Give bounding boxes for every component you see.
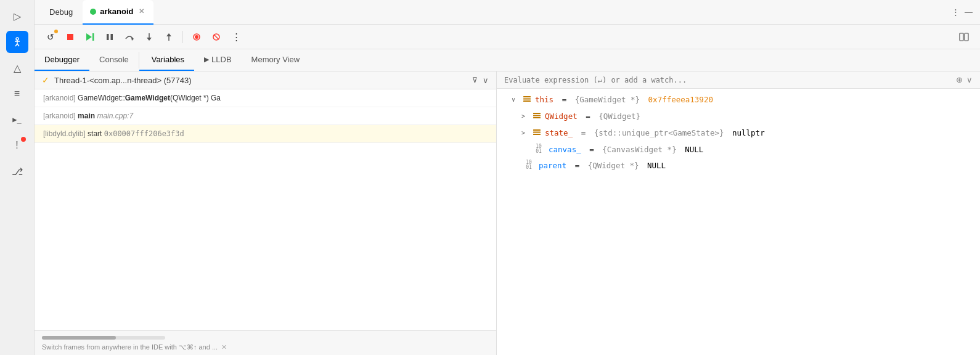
svg-rect-29 <box>533 134 541 135</box>
svg-point-16 <box>195 35 198 39</box>
mute-button[interactable] <box>208 28 225 46</box>
status-bar-message: Switch frames from anywhere in the IDE w… <box>42 340 489 353</box>
more-button[interactable]: ⋮ <box>227 28 245 46</box>
stack-frame-2[interactable]: [libdyld.dylib] start 0x00007fff206e3f3d <box>35 125 496 143</box>
status-message-text: Switch frames from anywhere in the IDE w… <box>42 343 218 351</box>
var-type-canvas: {CanvasWidget *} <box>602 145 681 154</box>
tab-memory-view[interactable]: Memory View <box>242 49 310 71</box>
var-type-qwidget: {QWidget} <box>598 112 640 121</box>
stack-frames: [arkanoid] GameWidget::GameWidget(QWidge… <box>35 89 496 330</box>
step-out-button[interactable] <box>160 28 178 46</box>
var-value-this: 0x7ffeeea13920 <box>648 95 713 104</box>
var-row-canvas[interactable]: 10 01 canvas_ = {CanvasWidget *} NULL <box>497 141 980 157</box>
frame2-prefix: [libdyld.dylib] <box>43 129 88 138</box>
tab-debug[interactable]: Debug <box>42 0 80 25</box>
console-label: Console <box>99 55 129 64</box>
reload-button[interactable]: ↺ <box>42 28 59 46</box>
frame2-name: start <box>88 129 104 138</box>
var-expand-qwidget[interactable]: > <box>521 113 529 120</box>
sidebar-play-icon[interactable]: ▷ <box>6 5 28 27</box>
stop-button[interactable] <box>62 28 79 46</box>
thread-chevron-icon[interactable]: ∨ <box>483 76 489 85</box>
tab-variables[interactable]: Variables <box>139 49 194 71</box>
svg-marker-12 <box>147 38 152 41</box>
toolbar-divider-1 <box>182 31 183 43</box>
watch-add-icon[interactable]: ⊕ <box>956 75 963 84</box>
sidebar-menu-icon[interactable]: ≡ <box>6 83 28 105</box>
sidebar-warning-icon[interactable]: △ <box>6 57 28 79</box>
pause-button[interactable] <box>101 28 118 46</box>
sidebar-git-icon[interactable]: ⎇ <box>6 160 28 182</box>
frame1-file: main.cpp:7 <box>97 112 133 120</box>
svg-rect-7 <box>92 33 94 41</box>
stack-frame-0[interactable]: [arkanoid] GameWidget::GameWidget(QWidge… <box>35 89 496 107</box>
tab-minimize-icon[interactable]: — <box>965 7 973 17</box>
var-icon-parent: 10 01 <box>523 160 535 170</box>
toolbar: ↺ <box>35 25 980 49</box>
svg-rect-5 <box>67 34 73 40</box>
svg-rect-23 <box>523 100 531 102</box>
watch-input[interactable] <box>504 76 951 84</box>
var-name-canvas: canvas_ <box>549 145 581 154</box>
status-close-button[interactable]: ✕ <box>221 343 227 351</box>
thread-label: Thread-1-<com.ap...n-thread> (57743) <box>54 76 467 85</box>
step-into-button[interactable] <box>141 28 158 46</box>
step-over-button[interactable] <box>121 28 138 46</box>
svg-rect-28 <box>533 132 541 133</box>
var-name-this: this <box>535 95 553 104</box>
tab-console[interactable]: Console <box>89 49 139 71</box>
tab-close-button[interactable]: ✕ <box>137 7 146 16</box>
var-expand-this[interactable]: ∨ <box>512 96 519 103</box>
lldb-icon: ▶ <box>204 55 209 63</box>
svg-line-4 <box>17 44 19 46</box>
var-name-qwidget: QWidget <box>545 112 578 121</box>
layout-button[interactable] <box>955 28 973 46</box>
sidebar-terminal-icon[interactable]: ▶_ <box>6 108 28 131</box>
struct-icon-qwidget <box>533 111 541 120</box>
tab-debug-label: Debug <box>49 7 73 17</box>
struct-icon-this <box>523 94 531 103</box>
var-row-qwidget[interactable]: > QWidget = {QWidget} <box>497 108 980 124</box>
frame0-prefix: [arkanoid] <box>43 94 78 102</box>
var-type-state: {std::unique_ptr<GameState>} <box>594 128 729 137</box>
frame0-bold: GameWidget <box>125 94 170 102</box>
var-icon-state <box>533 128 541 138</box>
debug-tabs-row: Debugger Console Variables ▶ LLDB Memory… <box>35 49 980 71</box>
thread-filter-icon[interactable]: ⊽ <box>472 76 478 84</box>
svg-rect-21 <box>523 96 531 97</box>
stack-frame-1[interactable]: [arkanoid] main main.cpp:7 <box>35 107 496 125</box>
alert-badge <box>21 137 26 142</box>
var-icon-qwidget <box>533 111 541 121</box>
call-stack-panel: ✓ Thread-1-<com.ap...n-thread> (57743) ⊽… <box>35 71 497 355</box>
step-into-icon <box>145 33 153 41</box>
tab-debugger[interactable]: Debugger <box>35 49 89 71</box>
var-row-this[interactable]: ∨ this = {GameWidget *} 0x7ffeeea13920 <box>497 91 980 108</box>
frame1-prefix: [arkanoid] <box>43 112 78 120</box>
svg-marker-6 <box>86 33 92 41</box>
breakpoints-button[interactable] <box>188 28 205 46</box>
resume-button[interactable] <box>81 28 99 46</box>
mute-icon <box>212 33 221 41</box>
watch-chevron-icon[interactable]: ∨ <box>966 75 973 84</box>
sidebar-alert-icon[interactable]: ! <box>6 134 28 157</box>
svg-rect-9 <box>111 34 113 40</box>
tab-lldb[interactable]: ▶ LLDB <box>194 49 242 71</box>
var-value-canvas: NULL <box>685 145 703 154</box>
var-row-state[interactable]: > state_ = {std::unique_ptr<GameState>} … <box>497 124 980 141</box>
svg-point-0 <box>16 38 18 40</box>
var-expand-state[interactable]: > <box>521 129 529 136</box>
tab-bar: Debug arkanoid ✕ ⋮ — <box>35 0 980 25</box>
breakpoint-icon <box>192 33 201 41</box>
tab-arkanoid[interactable]: arkanoid ✕ <box>83 0 153 25</box>
stop-icon <box>66 33 75 41</box>
svg-marker-14 <box>166 33 171 36</box>
scrollbar-area: Switch frames from anywhere in the IDE w… <box>35 330 496 355</box>
var-icon-canvas: 10 01 <box>533 144 545 154</box>
thread-row[interactable]: ✓ Thread-1-<com.ap...n-thread> (57743) ⊽… <box>35 71 496 89</box>
sidebar-accessibility-icon[interactable] <box>6 31 28 53</box>
var-row-parent[interactable]: 10 01 parent = {QWidget *} NULL <box>497 157 980 173</box>
tab-bar-actions: ⋮ — <box>952 7 973 17</box>
memory-view-label: Memory View <box>251 55 300 64</box>
var-value-parent: NULL <box>647 161 666 170</box>
tab-more-icon[interactable]: ⋮ <box>952 7 960 17</box>
